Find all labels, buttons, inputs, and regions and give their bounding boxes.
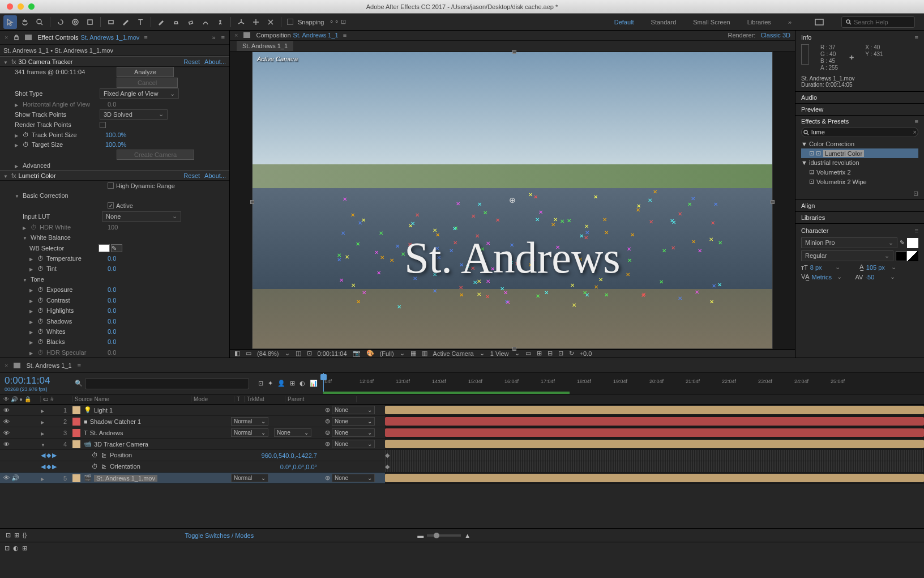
lumetri-reset[interactable]: Reset [183,172,200,179]
text-tool[interactable]: T [134,15,147,29]
label-column-icon[interactable]: 🏷 [43,396,49,402]
camera-tool[interactable] [69,15,82,29]
effects-presets-panel[interactable]: Effects & Presets [801,118,849,125]
resolution-dropdown[interactable]: (Full) [380,350,394,357]
composition-tab[interactable]: Composition St. Andrews 1_1 ≡ [256,32,346,39]
kerning-value[interactable]: Metrics [812,274,835,280]
brush-tool[interactable] [155,15,168,29]
shy-icon[interactable]: 👤 [277,380,285,387]
timeline-icon[interactable]: ⊟ [547,350,553,357]
layer-name[interactable]: 📹3D Tracker Camera [80,440,231,448]
workspace-default[interactable]: Default [614,19,634,26]
parent-pickwhip-icon[interactable]: ⊚ [325,474,330,481]
grid-icon[interactable]: ▦ [410,350,416,357]
status-icon[interactable]: ◐ [13,545,19,552]
source-name-column[interactable]: Source Name [72,396,191,402]
lock-column-icon[interactable]: 🔒 [24,396,31,402]
shot-type-dropdown[interactable]: Fixed Angle of View⌄ [100,88,179,99]
new-bin-icon[interactable]: ⊡ [801,190,918,197]
blend-mode-dropdown[interactable]: Normal⌄ [231,428,268,437]
view-layout-dropdown[interactable]: 1 View [490,350,509,357]
zoom-dropdown-icon[interactable]: ⌄ [285,350,290,357]
contrast-value[interactable]: 0.0 [108,297,116,304]
panel-close-icon[interactable]: × [5,34,8,41]
font-family-dropdown[interactable]: Minion Pro⌄ [801,237,897,248]
stopwatch-icon[interactable]: ⏱ [92,452,98,459]
stroke-color-swatch[interactable] [896,251,907,261]
layer-bar[interactable] [385,406,924,414]
blend-mode-dropdown[interactable]: Normal⌄ [231,417,268,426]
preset-category[interactable]: ▼ Color Correction [801,139,918,148]
snap-dropdown-icon[interactable]: ⚬⚬ ⊡ [329,18,346,26]
layer-color-label[interactable] [72,418,80,426]
sync-settings-icon[interactable] [814,18,824,26]
workspace-standard[interactable]: Standard [651,19,677,26]
fx-badge[interactable]: fx [11,172,16,179]
align-panel[interactable]: Align [801,202,815,209]
fast-preview-icon[interactable]: ⊡ [307,350,312,357]
haov-expand-icon[interactable] [15,101,20,108]
timeline-close-icon[interactable]: × [5,362,8,369]
snapshot-icon[interactable]: 📷 [353,350,361,357]
layer-color-label[interactable] [72,440,80,448]
blend-mode-dropdown[interactable]: Normal⌄ [231,474,268,482]
comp-lock-icon[interactable] [243,32,250,38]
clone-stamp-tool[interactable] [169,15,183,29]
zoom-out-icon[interactable]: ▬ [417,532,424,539]
maximize-window[interactable] [28,3,35,10]
timeline-layer[interactable]: 👁 3 TSt. Andrews Normal⌄ None⌄ ⊚ None⌄ [0,427,924,439]
resolution-icon[interactable]: ◫ [296,350,301,357]
comp-subtab[interactable]: St. Andrews 1_1 [237,41,293,51]
character-panel[interactable]: Character [801,227,828,234]
graph-editor-icon[interactable]: 📊 [310,380,318,387]
fast-draft-icon[interactable]: ⊞ [537,350,542,357]
orientation-value[interactable]: 0.0°,0.0°,0.0° [280,464,385,470]
target-size-expand[interactable] [15,141,20,148]
layer-expand-icon[interactable] [41,475,46,482]
swap-colors-icon[interactable] [907,251,918,261]
panel-menu-icon[interactable]: ≡ [221,34,225,41]
hdr-checkbox[interactable] [108,182,114,189]
preset-item-lumetri[interactable]: ⊡ ⊡Lumetri Color [801,148,918,158]
zoom-tool[interactable] [33,15,46,29]
timeline-layer[interactable]: 👁 1 💡Light 1 ⊚ None⌄ [0,405,924,416]
timeline-tab[interactable]: St. Andrews 1_1 [26,362,71,369]
preset-category[interactable]: ▼ idustrial revolution [801,158,918,167]
zoom-in-icon[interactable]: ▲ [464,532,470,539]
parent-pickwhip-icon[interactable]: ⊚ [325,406,330,413]
comp-close-icon[interactable]: × [234,32,238,39]
analyze-button[interactable]: Analyze [117,67,174,77]
font-style-dropdown[interactable]: Regular⌄ [801,250,893,261]
effect-3d-camera-tracker[interactable]: 3D Camera Tracker [19,58,184,65]
close-window[interactable] [7,3,13,10]
status-icon[interactable]: ⊞ [22,545,27,552]
panel-menu-icon[interactable]: ≡ [915,227,918,234]
solo-column-icon[interactable]: ● [19,396,23,402]
next-keyframe-icon[interactable]: ▶ [52,452,57,459]
lumetri-collapse-icon[interactable] [3,172,9,179]
timeline-layer[interactable]: 👁🔊 5 🎬St. Andrews 1_1.mov Normal⌄ ⊚ None… [0,473,924,484]
parent-dropdown[interactable]: None⌄ [332,474,375,482]
exposure-value[interactable]: +0.0 [580,350,592,357]
font-size-value[interactable]: 8 px [810,264,833,271]
layer-expand-icon[interactable] [41,430,46,436]
current-time-indicator[interactable] [323,373,324,394]
temperature-value[interactable]: 0.0 [108,255,116,262]
tp-size-value[interactable]: 100.0% [105,131,126,138]
video-column-icon[interactable]: 👁 [3,396,9,402]
channel-icon[interactable]: 🎨 [366,350,374,357]
timeline-ruler[interactable]: :04f12:04f13:04f14:04f15:04f16:04f17:04f… [323,373,924,394]
trkmat-dropdown[interactable]: None⌄ [274,428,311,437]
video-toggle[interactable]: 👁 [3,407,10,414]
layer-bar[interactable] [385,440,924,448]
active-checkbox[interactable] [108,202,114,209]
parent-pickwhip-icon[interactable]: ⊚ [325,429,330,436]
panel-menu-icon[interactable]: ≡ [915,34,918,44]
target-size-value[interactable]: 100.0% [105,141,126,148]
panel-overflow-icon[interactable]: » [212,34,215,41]
layer-expand-icon[interactable] [41,441,46,448]
video-toggle[interactable]: 👁 [3,430,10,436]
eyedropper-icon[interactable]: ✎ [900,239,905,246]
wb-swatch[interactable] [99,244,110,252]
status-icon[interactable]: ⊡ [5,545,10,552]
